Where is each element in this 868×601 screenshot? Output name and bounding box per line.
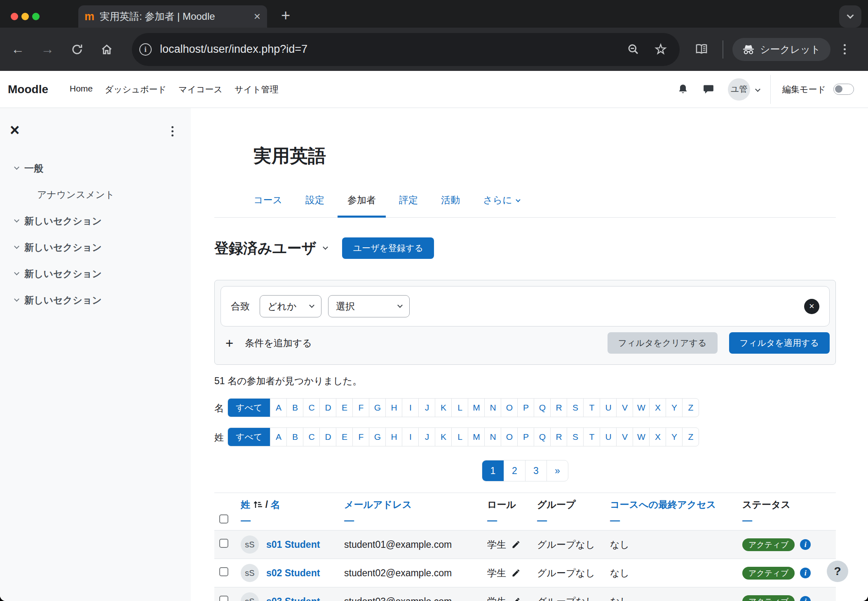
chevron-down-icon[interactable] [14, 244, 19, 249]
select-user-checkbox[interactable] [219, 567, 228, 576]
tab-search-button[interactable] [839, 5, 861, 28]
last-name-letter-filter[interactable]: Z [682, 428, 699, 446]
first-name-letter-filter[interactable]: P [517, 399, 534, 417]
notifications-bell-icon[interactable] [676, 82, 690, 96]
browser-menu-button[interactable] [841, 42, 848, 57]
clear-filters-button[interactable]: フィルタをクリアする [608, 332, 718, 354]
last-name-letter-filter[interactable]: Q [534, 428, 550, 446]
browser-tab[interactable]: m 実用英語: 参加者 | Moodle × [78, 5, 267, 28]
page-1-button[interactable]: 1 [482, 460, 504, 481]
chevron-down-icon[interactable] [14, 164, 19, 170]
first-name-letter-filter[interactable]: Q [534, 399, 550, 417]
collapse-status-column-link[interactable]: — [742, 515, 752, 525]
first-name-letter-filter[interactable]: L [451, 399, 468, 417]
collapse-name-column-link[interactable]: — [241, 515, 251, 525]
first-name-letter-filter[interactable]: X [649, 399, 666, 417]
last-name-letter-filter[interactable]: U [600, 428, 616, 446]
close-tab-icon[interactable]: × [254, 11, 260, 22]
close-window-button[interactable] [11, 13, 18, 20]
first-name-letter-filter[interactable]: I [402, 399, 418, 417]
first-name-letter-filter[interactable]: J [418, 399, 435, 417]
page-3-button[interactable]: 3 [525, 460, 547, 481]
chevron-down-icon[interactable] [14, 270, 19, 275]
filter-type-select[interactable]: 選択 [328, 295, 410, 317]
last-name-letter-filter[interactable]: M [468, 428, 484, 446]
user-profile-link[interactable]: s02 Student [266, 568, 320, 579]
first-name-letter-filter[interactable]: R [550, 399, 567, 417]
sort-email-link[interactable]: メールアドレス [344, 499, 412, 510]
last-name-letter-filter[interactable]: R [550, 428, 567, 446]
last-name-letter-filter[interactable]: X [649, 428, 666, 446]
last-name-letter-filter[interactable]: W [633, 428, 649, 446]
remove-filter-row-button[interactable]: × [804, 299, 819, 314]
last-name-letter-filter[interactable]: N [484, 428, 501, 446]
collapse-groups-column-link[interactable]: — [537, 515, 547, 525]
last-name-letter-filter[interactable]: J [418, 428, 435, 446]
first-name-letter-filter[interactable]: G [369, 399, 385, 417]
collapse-email-column-link[interactable]: — [344, 515, 354, 525]
first-name-letter-filter[interactable]: Z [682, 399, 699, 417]
site-info-icon[interactable]: i [139, 43, 152, 56]
url-text[interactable]: localhost/user/index.php?id=7 [160, 43, 613, 56]
last-name-letter-filter[interactable]: Y [666, 428, 682, 446]
first-name-letter-filter[interactable]: M [468, 399, 484, 417]
tab-activities[interactable]: 活動 [431, 193, 470, 217]
edit-mode-toggle[interactable] [833, 84, 854, 95]
new-tab-button[interactable]: + [275, 6, 296, 26]
sort-last-access-link[interactable]: コースへの最終アクセス [610, 499, 716, 510]
last-name-letter-filter[interactable]: V [616, 428, 633, 446]
add-condition-link[interactable]: + 条件を追加する [225, 336, 312, 350]
course-index-section[interactable]: 新しいセクション [0, 234, 191, 261]
match-type-select[interactable]: どれか [260, 295, 321, 317]
chevron-down-icon[interactable] [14, 217, 19, 223]
first-name-letter-filter[interactable]: T [583, 399, 600, 417]
nav-item-mycourses[interactable]: マイコース [178, 84, 223, 95]
minimize-window-button[interactable] [21, 13, 29, 20]
course-index-activity[interactable]: アナウンスメント [0, 181, 191, 208]
enrolment-info-icon[interactable]: i [800, 596, 811, 601]
last-name-letter-filter[interactable]: L [451, 428, 468, 446]
bookmark-star-icon[interactable] [654, 43, 667, 56]
first-name-letter-filter[interactable]: C [303, 399, 319, 417]
tab-participants[interactable]: 参加者 [338, 193, 386, 217]
first-name-letter-filter[interactable]: B [286, 399, 303, 417]
tab-course[interactable]: コース [244, 193, 292, 217]
nav-item-dashboard[interactable]: ダッシュボード [105, 84, 167, 95]
last-name-letter-filter[interactable]: G [369, 428, 385, 446]
tab-settings[interactable]: 設定 [296, 193, 334, 217]
first-name-letter-filter[interactable]: W [633, 399, 649, 417]
last-name-all-button[interactable]: すべて [228, 428, 270, 446]
course-index-section[interactable]: 新しいセクション [0, 208, 191, 234]
first-name-letter-filter[interactable]: Y [666, 399, 682, 417]
enrolment-info-icon[interactable]: i [800, 568, 811, 578]
reading-list-icon[interactable] [694, 42, 708, 56]
first-name-letter-filter[interactable]: U [600, 399, 616, 417]
enrolment-info-icon[interactable]: i [800, 539, 811, 550]
select-user-checkbox[interactable] [219, 539, 228, 548]
nav-item-home[interactable]: Home [70, 84, 93, 95]
reload-button[interactable] [70, 42, 84, 56]
last-name-letter-filter[interactable]: T [583, 428, 600, 446]
last-name-letter-filter[interactable]: E [336, 428, 352, 446]
help-button[interactable]: ? [827, 561, 848, 582]
first-name-letter-filter[interactable]: D [319, 399, 336, 417]
last-name-letter-filter[interactable]: K [435, 428, 451, 446]
sort-surname-link[interactable]: 姓 [241, 499, 250, 510]
next-page-button[interactable]: » [547, 460, 568, 481]
select-all-checkbox[interactable] [219, 514, 228, 524]
first-name-letter-filter[interactable]: N [484, 399, 501, 417]
user-avatar[interactable]: ユ管 [728, 78, 750, 101]
first-name-letter-filter[interactable]: E [336, 399, 352, 417]
zoom-level-icon[interactable] [627, 43, 640, 56]
last-name-letter-filter[interactable]: D [319, 428, 336, 446]
first-name-letter-filter[interactable]: O [501, 399, 517, 417]
drawer-menu-kebab-icon[interactable] [169, 123, 176, 140]
first-name-letter-filter[interactable]: F [352, 399, 369, 417]
last-name-letter-filter[interactable]: H [385, 428, 402, 446]
select-user-checkbox[interactable] [219, 596, 228, 601]
home-button[interactable] [100, 42, 114, 56]
close-drawer-icon[interactable]: × [10, 123, 19, 137]
moodle-brand[interactable]: Moodle [8, 83, 48, 96]
first-name-letter-filter[interactable]: K [435, 399, 451, 417]
chevron-down-icon[interactable] [14, 296, 19, 302]
